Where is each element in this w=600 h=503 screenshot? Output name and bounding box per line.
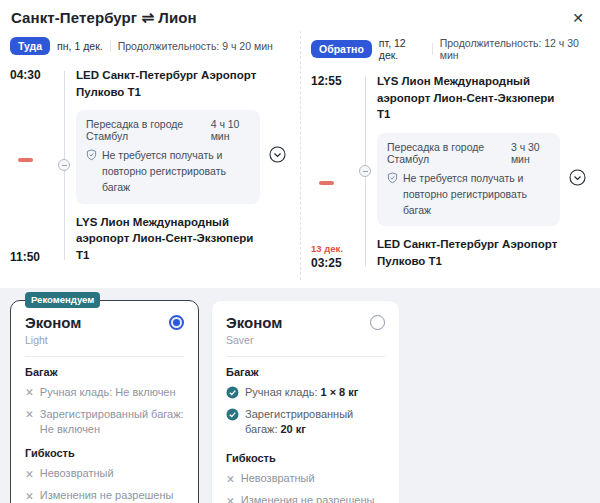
fare-radio-saver[interactable] (370, 315, 385, 330)
layover-title: Пересадка в городе Стамбул (86, 118, 197, 142)
header: Санкт-Петербург ⇌ Лион ✕ (0, 0, 600, 27)
layover-note-text: Не требуется получать и повторно регистр… (102, 148, 250, 195)
recommended-badge: Рекомендуем (25, 292, 100, 308)
feature-label: Ручная кладь: (245, 386, 317, 398)
meta-divider (110, 40, 111, 52)
feature-row: ✕ Невозвратный (226, 471, 385, 487)
feature-row: ✕ Ручная кладь: Не включен (25, 385, 184, 401)
layover-box: Пересадка в городе Стамбул 3 ч 30 мин Не… (377, 133, 560, 226)
page-title: Санкт-Петербург ⇌ Лион (11, 9, 197, 27)
airline-logo-cell (10, 148, 52, 166)
feature-label: Ручная кладь: Не включен (40, 385, 176, 401)
layover-box: Пересадка в городе Стамбул 4 ч 10 мин Не… (76, 110, 260, 203)
cross-icon: ✕ (226, 472, 235, 487)
divider (226, 356, 385, 357)
stopover-dot-icon (58, 159, 70, 171)
arrival-date: 13 дек. (311, 243, 353, 254)
arrival-time: 11:50 (10, 250, 52, 264)
chevron-down-icon (569, 169, 586, 186)
feature-value: 20 кг (280, 423, 305, 435)
return-itinerary: 12:55 LYS Лион Международный аэропорт Ли… (311, 73, 590, 270)
fare-tier: Light (25, 334, 184, 346)
feature-row: ✕ Зарегистрированный багаж: Не включен (25, 407, 184, 439)
return-flight: Обратно пт, 12 дек. Продолжительность: 1… (300, 31, 600, 280)
cross-icon: ✕ (25, 407, 34, 438)
departure-time: 04:30 (10, 67, 52, 100)
layover-duration: 4 ч 10 мин (211, 118, 250, 142)
feature-label: Изменения не разрешены (40, 488, 174, 503)
direction-badge-outbound: Туда (10, 37, 50, 55)
close-icon[interactable]: ✕ (568, 9, 588, 27)
meta-divider (432, 43, 433, 55)
timeline (365, 77, 366, 266)
arrival-airport: LED Санкт-Петербург Аэропорт Пулково T1 (377, 236, 560, 269)
layover-note: Не требуется получать и повторно регистр… (86, 148, 250, 195)
fare-class-name: Эконом (25, 314, 81, 331)
outbound-date: пн, 1 дек. (57, 40, 103, 52)
layover-title: Пересадка в городе Стамбул (387, 141, 497, 165)
layover-duration: 3 ч 30 мин (511, 141, 550, 165)
feature-label: Зарегистрированный багаж: Не включен (40, 407, 184, 439)
baggage-title: Багаж (226, 366, 385, 378)
feature-row: Зарегистрированный багаж:20 кг (226, 407, 385, 439)
chevron-down-icon (269, 146, 286, 163)
feature-label: Невозвратный (241, 471, 315, 487)
layover-line: Пересадка в городе Стамбул 3 ч 30 мин (387, 141, 550, 165)
airline-logo (319, 181, 334, 185)
outbound-duration: Продолжительность: 9 ч 20 мин (118, 40, 273, 52)
fare-section: Рекомендуем Эконом Light Багаж ✕ Ручная … (0, 288, 600, 503)
feature-row: ✕ Невозвратный (25, 466, 184, 482)
fare-radio-light[interactable] (169, 315, 184, 330)
arrival-airport: LYS Лион Международный аэропорт Лион-Сен… (76, 214, 260, 264)
layover-line: Пересадка в городе Стамбул 4 ч 10 мин (86, 118, 250, 142)
shield-icon (86, 149, 97, 161)
cross-icon: ✕ (25, 467, 34, 482)
departure-airport: LYS Лион Международный аэропорт Лион-Сен… (377, 73, 560, 123)
layover-note-text: Не требуется получать и повторно регистр… (403, 171, 550, 218)
timeline (64, 71, 65, 260)
fare-card-saver[interactable]: Эконом Saver Багаж Ручная кладь:1 × 8 кг… (211, 300, 400, 503)
fare-tier: Saver (226, 334, 385, 346)
baggage-title: Багаж (25, 366, 184, 378)
feature-row: ✕ Изменения не разрешены (25, 488, 184, 503)
feature-label: Изменения не разрешены (241, 493, 375, 503)
layover-note: Не требуется получать и повторно регистр… (387, 171, 550, 218)
arrival-time-cell: 11:50 (10, 247, 52, 264)
cross-icon: ✕ (25, 385, 34, 400)
flexibility-title: Гибкость (226, 452, 385, 464)
arrival-time: 03:25 (311, 256, 353, 270)
return-date: пт, 12 дек. (379, 37, 425, 61)
shield-icon (387, 172, 398, 184)
feature-label: Невозвратный (40, 466, 114, 482)
outbound-meta: Туда пн, 1 дек. Продолжительность: 9 ч 2… (10, 37, 290, 55)
return-meta: Обратно пт, 12 дек. Продолжительность: 1… (311, 37, 590, 61)
flights-section: Туда пн, 1 дек. Продолжительность: 9 ч 2… (0, 31, 600, 280)
outbound-itinerary: 04:30 LED Санкт-Петербург Аэропорт Пулко… (10, 67, 290, 264)
airline-logo (18, 158, 33, 162)
fare-cards: Рекомендуем Эконом Light Багаж ✕ Ручная … (10, 300, 590, 503)
departure-time: 12:55 (311, 73, 353, 123)
flexibility-title: Гибкость (25, 447, 184, 459)
direction-badge-return: Обратно (311, 40, 372, 58)
expand-outbound-button[interactable] (269, 146, 286, 167)
fare-class-name: Эконом (226, 314, 282, 331)
expand-return-button[interactable] (569, 169, 586, 190)
feature-row: ✕ Изменения не разрешены (226, 493, 385, 503)
return-duration: Продолжительность: 12 ч 30 мин (440, 37, 590, 61)
cross-icon: ✕ (25, 489, 34, 503)
fare-card-light[interactable]: Рекомендуем Эконом Light Багаж ✕ Ручная … (10, 300, 199, 503)
check-icon (226, 386, 239, 399)
cross-icon: ✕ (226, 494, 235, 503)
outbound-flight: Туда пн, 1 дек. Продолжительность: 9 ч 2… (0, 31, 300, 280)
divider (25, 356, 184, 357)
feature-value: 1 × 8 кг (320, 386, 358, 398)
feature-row: Ручная кладь:1 × 8 кг (226, 385, 385, 401)
stopover-dot-icon (359, 165, 371, 177)
arrival-time-cell: 13 дек. 03:25 (311, 242, 353, 270)
departure-airport: LED Санкт-Петербург Аэропорт Пулково T1 (76, 67, 260, 100)
check-icon (226, 408, 239, 421)
airline-logo-cell (311, 171, 353, 189)
